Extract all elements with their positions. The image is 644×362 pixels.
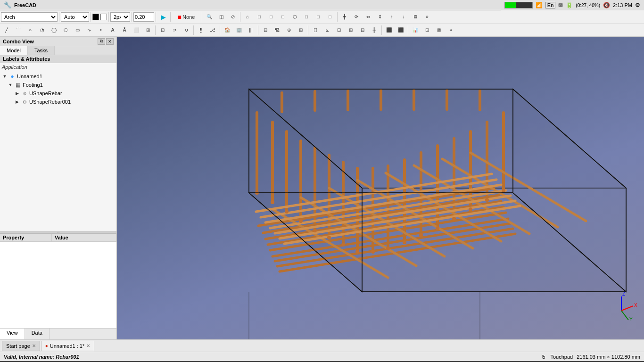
sep16 <box>408 25 408 35</box>
tab-data[interactable]: Data <box>25 329 50 339</box>
draw-style-select[interactable]: Auto <box>61 12 89 22</box>
workbench-select[interactable]: Arch <box>1 12 58 22</box>
down-btn[interactable]: ↓ <box>398 11 409 23</box>
panel-btn[interactable]: ⊡ <box>333 25 345 36</box>
combo-close-btn[interactable]: ✕ <box>106 38 114 45</box>
building-btn[interactable]: 🏗 <box>272 25 283 36</box>
bottom-btn[interactable]: □ <box>313 11 324 23</box>
polyline-btn[interactable]: ⌒ <box>13 25 24 36</box>
point-size-input[interactable] <box>133 12 154 22</box>
snap-toggle-btn[interactable]: ⟳ <box>351 11 362 23</box>
tab-start-page[interactable]: Start page ✕ <box>2 341 40 351</box>
site-btn[interactable]: ⊕ <box>283 25 295 36</box>
shapestring-btn[interactable]: Ā <box>119 25 130 36</box>
unnamed1-tab-icon: ● <box>45 343 48 348</box>
rect-btn[interactable]: ▭ <box>72 25 83 36</box>
tab-view[interactable]: View <box>0 329 25 339</box>
polygon-btn[interactable]: ⬡ <box>60 25 71 36</box>
project-btn[interactable]: ⊞ <box>295 25 306 36</box>
section-btn[interactable]: ⊡ <box>421 25 433 36</box>
measure-btn[interactable]: ╋ <box>339 11 350 23</box>
tab-unnamed1[interactable]: ● Unnamed1 : 1* ✕ <box>41 341 94 351</box>
svg-point-54 <box>285 210 289 214</box>
snap-btn[interactable]: ▶ <box>157 11 169 23</box>
right-btn[interactable]: □ <box>277 11 289 23</box>
left-btn[interactable]: □ <box>324 11 336 23</box>
circle-btn[interactable]: ○ <box>25 25 36 36</box>
line-width-select[interactable]: 2px <box>110 12 130 22</box>
front-btn[interactable]: □ <box>254 11 265 23</box>
line-color-swatch[interactable] <box>92 14 99 20</box>
facebinder-btn[interactable]: ⬜ <box>131 25 142 36</box>
svg-line-71 <box>621 311 628 320</box>
more-btn-2[interactable]: » <box>445 25 456 36</box>
equipment-btn[interactable]: ⊞ <box>345 25 356 36</box>
schedule-btn[interactable]: 📊 <box>410 25 421 36</box>
structure-btn[interactable]: 🏢 <box>233 25 245 36</box>
move-btn[interactable]: ⇕ <box>374 11 386 23</box>
home-btn[interactable]: ⌂ <box>242 11 253 23</box>
union-btn[interactable]: ∪ <box>181 25 192 36</box>
lang-indicator[interactable]: En <box>545 2 555 8</box>
fence-btn[interactable]: ╫ <box>369 25 380 36</box>
close-start-page[interactable]: ✕ <box>32 343 36 348</box>
volume-icon[interactable]: 🔇 <box>603 2 610 8</box>
sep6 <box>170 12 171 22</box>
frame-btn[interactable]: ⊟ <box>357 25 368 36</box>
more-btn-1[interactable]: » <box>421 11 433 23</box>
none-dropdown-btn[interactable]: ■ None <box>172 11 200 23</box>
top-btn[interactable]: □ <box>265 11 277 23</box>
cutplane-btn[interactable]: ⊠ <box>433 25 445 36</box>
path-btn[interactable]: ⎇ <box>207 25 218 36</box>
draftarray-btn[interactable]: ⣿ <box>195 25 206 36</box>
wall-btn[interactable]: 🏠 <box>222 25 233 36</box>
expander-footing1[interactable]: ▼ <box>8 82 13 88</box>
fill-color-swatch[interactable] <box>100 14 107 20</box>
wifi-icon[interactable]: 📶 <box>536 2 543 8</box>
tree-item-ushape[interactable]: ▶ ⚙ UShapeRebar <box>1 89 116 98</box>
rebar-btn[interactable]: ||| <box>245 25 256 36</box>
app-title: FreeCAD <box>14 2 36 8</box>
settings-icon[interactable]: ⚙ <box>635 2 640 8</box>
zoom-fit-btn[interactable]: 🔍 <box>204 11 215 23</box>
expander-ushape001[interactable]: ▶ <box>14 99 20 105</box>
svg-point-56 <box>313 229 317 232</box>
sep10 <box>155 25 156 35</box>
expander-unnamed1[interactable]: ▼ <box>2 74 8 79</box>
tab-tasks[interactable]: Tasks <box>28 46 55 55</box>
close-unnamed1[interactable]: ✕ <box>86 343 90 348</box>
3d-viewport[interactable]: Z X Y <box>117 37 644 339</box>
arc-btn[interactable]: ◔ <box>36 25 48 36</box>
expander-ushape[interactable]: ▶ <box>14 90 20 96</box>
multimaterial-btn[interactable]: ⬛ <box>395 25 406 36</box>
svg-point-61 <box>485 198 489 202</box>
iso-btn[interactable]: ⬡ <box>289 11 300 23</box>
space-btn[interactable]: ⎕ <box>310 25 321 36</box>
std-view-btn[interactable]: ◫ <box>215 11 227 23</box>
combo-restore-btn[interactable]: ⧉ <box>98 38 105 45</box>
draw-btn[interactable]: ⊘ <box>227 11 239 23</box>
text-btn[interactable]: A <box>107 25 118 36</box>
tree-item-unnamed1[interactable]: ▼ ● Unnamed1 <box>1 72 116 81</box>
floor-btn[interactable]: ⊟ <box>260 25 271 36</box>
point-btn[interactable]: • <box>95 25 107 36</box>
link-btn[interactable]: ⇔ <box>363 11 374 23</box>
tab-model[interactable]: Model <box>0 46 28 55</box>
mail-icon[interactable]: ✉ <box>558 2 563 8</box>
extrude-btn[interactable]: ⊡ <box>157 25 168 36</box>
revolve-btn[interactable]: ⊃ <box>169 25 180 36</box>
tree-item-ushape001[interactable]: ▶ ⚙ UShapeRebar001 <box>1 98 116 106</box>
touchpad-label[interactable]: Touchpad <box>550 354 573 360</box>
scene-background: Z X Y <box>117 37 644 339</box>
clock: 2:13 PM <box>613 2 632 8</box>
ellipse-btn[interactable]: ◯ <box>48 25 59 36</box>
stairs-btn[interactable]: ⊾ <box>322 25 333 36</box>
tree-item-footing1[interactable]: ▼ ▦ Footing1 <box>1 81 116 89</box>
bspline-btn[interactable]: ∿ <box>83 25 95 36</box>
back-btn[interactable]: □ <box>301 11 312 23</box>
clone-btn[interactable]: ⊞ <box>142 25 154 36</box>
up-btn[interactable]: ↑ <box>386 11 397 23</box>
line-btn[interactable]: ╱ <box>1 25 12 36</box>
material-btn[interactable]: ⬛ <box>383 25 395 36</box>
screen-btn[interactable]: 🖥 <box>410 11 421 23</box>
